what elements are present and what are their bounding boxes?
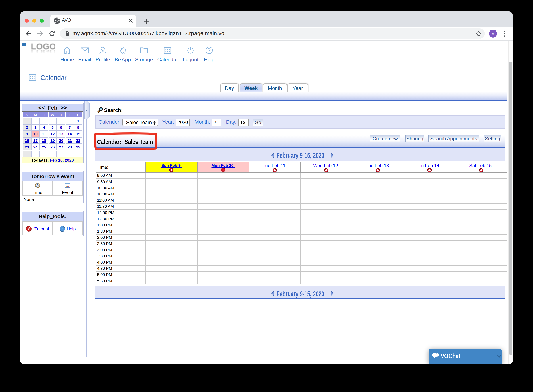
svg-text:?: ?	[61, 227, 63, 231]
